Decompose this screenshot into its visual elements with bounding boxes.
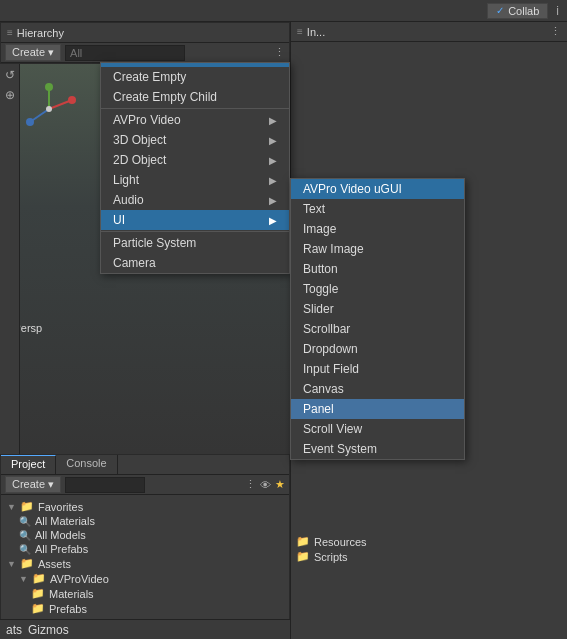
prefabs-label: Prefabs <box>49 603 87 615</box>
hierarchy-icon: ≡ <box>7 27 13 38</box>
assets-label: Assets <box>38 558 71 570</box>
project-panel: Project Console Create ▾ ⋮ 👁 ★ ▼ 📁 Favor… <box>0 454 290 639</box>
hierarchy-options-icon[interactable]: ⋮ <box>274 46 285 59</box>
project-options-icon[interactable]: ⋮ <box>245 478 256 491</box>
submenu-item-panel[interactable]: Panel <box>291 399 464 419</box>
all-materials-icon: 🔍 <box>19 516 31 527</box>
menu-item-light[interactable]: Light ▶ <box>101 170 289 190</box>
all-materials-item[interactable]: 🔍 All Materials <box>7 514 283 528</box>
arrow-icon-2d: ▶ <box>269 155 277 166</box>
resources-folder-icon: 📁 <box>296 535 310 548</box>
avprovideo-item[interactable]: ▼ 📁 AVProVideo <box>7 571 283 586</box>
avprovideo-folder-icon: 📁 <box>32 572 46 585</box>
assets-folder-icon: 📁 <box>20 557 34 570</box>
submenu-item-slider[interactable]: Slider <box>291 299 464 319</box>
inspector-options-icon[interactable]: ⋮ <box>550 25 561 38</box>
menu-item-camera[interactable]: Camera <box>101 253 289 273</box>
assets-root[interactable]: ▼ 📁 Assets <box>7 556 283 571</box>
submenu-item-avpro-ugui[interactable]: AVPro Video uGUI <box>291 179 464 199</box>
arrow-icon-3d: ▶ <box>269 135 277 146</box>
project-toolbar: Create ▾ ⋮ 👁 ★ <box>1 475 289 495</box>
avprovideo-arrow: ▼ <box>19 574 28 584</box>
materials-folder-icon: 📁 <box>31 587 45 600</box>
menu-item-create-empty[interactable]: Create Empty <box>101 67 289 87</box>
menu-item-avpro-video[interactable]: AVPro Video ▶ <box>101 110 289 130</box>
gizmos-label[interactable]: Gizmos <box>28 623 69 637</box>
submenu-item-scrollbar[interactable]: Scrollbar <box>291 319 464 339</box>
arrow-icon-light: ▶ <box>269 175 277 186</box>
info-icon[interactable]: i <box>556 4 559 18</box>
ats-label: ats <box>6 623 22 637</box>
all-prefabs-icon: 🔍 <box>19 544 31 555</box>
svg-point-1 <box>45 83 53 91</box>
all-models-icon: 🔍 <box>19 530 31 541</box>
favorites-root[interactable]: ▼ 📁 Favorites <box>7 499 283 514</box>
left-toolbar: ✛ ↺ ⊕ <box>0 42 20 454</box>
arrow-icon-avpro: ▶ <box>269 115 277 126</box>
submenu-item-canvas[interactable]: Canvas <box>291 379 464 399</box>
main-create-menu: Create Empty Create Empty Child AVPro Vi… <box>100 62 290 274</box>
hierarchy-tab: ≡ Hierarchy <box>1 23 289 43</box>
collab-button[interactable]: ✓ Collab <box>487 3 548 19</box>
hierarchy-search-input[interactable] <box>65 45 185 61</box>
menu-separator-1 <box>101 108 289 109</box>
bottom-bar: ats Gizmos <box>0 619 290 639</box>
project-tabs: Project Console <box>1 455 289 475</box>
project-lock-icon[interactable]: ★ <box>275 478 285 491</box>
materials-item[interactable]: 📁 Materials <box>7 586 283 601</box>
favorites-arrow: ▼ <box>7 502 16 512</box>
scripts-item[interactable]: 📁 Scripts <box>296 549 367 564</box>
project-search-input[interactable] <box>65 477 145 493</box>
resources-label: Resources <box>314 536 367 548</box>
materials-label: Materials <box>49 588 94 600</box>
ui-submenu: AVPro Video uGUI Text Image Raw Image Bu… <box>290 178 465 460</box>
resources-item[interactable]: 📁 Resources <box>296 534 367 549</box>
all-prefabs-item[interactable]: 🔍 All Prefabs <box>7 542 283 556</box>
avprovideo-label: AVProVideo <box>50 573 109 585</box>
top-bar: ✓ Collab i <box>0 0 567 22</box>
menu-item-3d-object[interactable]: 3D Object ▶ <box>101 130 289 150</box>
svg-point-6 <box>46 106 52 112</box>
submenu-item-image[interactable]: Image <box>291 219 464 239</box>
arrow-icon-audio: ▶ <box>269 195 277 206</box>
submenu-item-event-system[interactable]: Event System <box>291 439 464 459</box>
collab-check-icon: ✓ <box>496 5 504 16</box>
submenu-item-raw-image[interactable]: Raw Image <box>291 239 464 259</box>
inspector-tab-label: In... <box>307 26 325 38</box>
hierarchy-create-button[interactable]: Create ▾ <box>5 44 61 61</box>
rotate-icon[interactable]: ↺ <box>5 68 15 82</box>
hierarchy-tab-label: Hierarchy <box>17 27 64 39</box>
tab-project[interactable]: Project <box>1 455 56 474</box>
all-models-item[interactable]: 🔍 All Models <box>7 528 283 542</box>
submenu-item-dropdown[interactable]: Dropdown <box>291 339 464 359</box>
menu-item-2d-object[interactable]: 2D Object ▶ <box>101 150 289 170</box>
inspector-tab-icon: ≡ <box>297 26 303 37</box>
favorites-label: Favorites <box>38 501 83 513</box>
submenu-item-input-field[interactable]: Input Field <box>291 359 464 379</box>
submenu-item-button[interactable]: Button <box>291 259 464 279</box>
resources-section: 📁 Resources 📁 Scripts <box>290 530 373 568</box>
tab-console[interactable]: Console <box>56 455 117 474</box>
menu-item-audio[interactable]: Audio ▶ <box>101 190 289 210</box>
hierarchy-toolbar: Create ▾ ⋮ <box>1 43 289 63</box>
submenu-item-scroll-view[interactable]: Scroll View <box>291 419 464 439</box>
prefabs-folder-icon: 📁 <box>31 602 45 615</box>
menu-separator-2 <box>101 231 289 232</box>
project-eye-icon[interactable]: 👁 <box>260 479 271 491</box>
submenu-item-toggle[interactable]: Toggle <box>291 279 464 299</box>
project-create-button[interactable]: Create ▾ <box>5 476 61 493</box>
inspector-tab: ≡ In... ⋮ <box>291 22 567 42</box>
favorites-folder-icon: 📁 <box>20 500 34 513</box>
all-prefabs-label: All Prefabs <box>35 543 88 555</box>
menu-item-ui[interactable]: UI ▶ <box>101 210 289 230</box>
arrow-icon-ui: ▶ <box>269 215 277 226</box>
svg-point-3 <box>68 96 76 104</box>
assets-arrow: ▼ <box>7 559 16 569</box>
scripts-folder-icon: 📁 <box>296 550 310 563</box>
prefabs-item[interactable]: 📁 Prefabs <box>7 601 283 616</box>
hierarchy-panel: ≡ Hierarchy Create ▾ ⋮ <box>0 22 290 64</box>
menu-item-create-empty-child[interactable]: Create Empty Child <box>101 87 289 107</box>
submenu-item-text[interactable]: Text <box>291 199 464 219</box>
scale-icon[interactable]: ⊕ <box>5 88 15 102</box>
menu-item-particle-system[interactable]: Particle System <box>101 233 289 253</box>
